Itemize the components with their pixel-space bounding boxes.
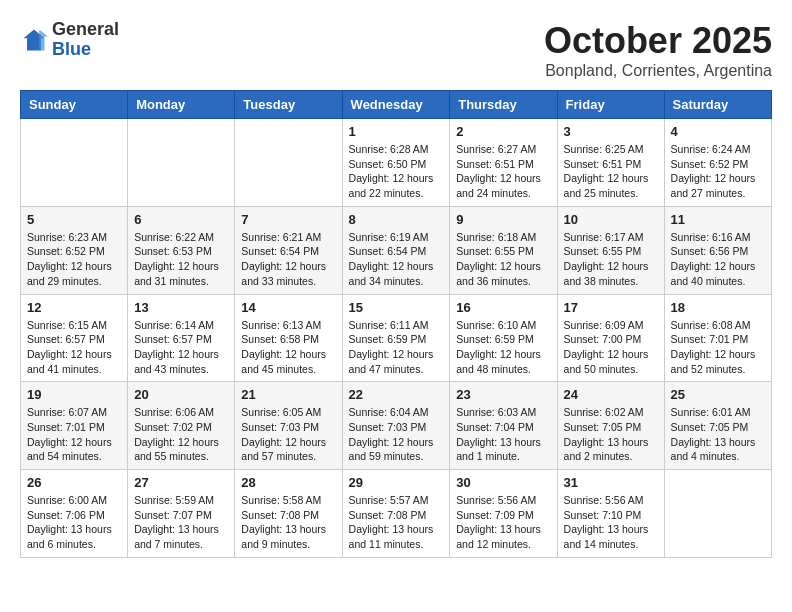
calendar-week-row: 1Sunrise: 6:28 AMSunset: 6:50 PMDaylight…	[21, 119, 772, 207]
day-number: 17	[564, 300, 658, 315]
svg-marker-1	[39, 29, 48, 50]
day-info: Sunrise: 6:00 AMSunset: 7:06 PMDaylight:…	[27, 493, 121, 552]
calendar-day-cell: 15Sunrise: 6:11 AMSunset: 6:59 PMDayligh…	[342, 294, 450, 382]
day-info: Sunrise: 6:13 AMSunset: 6:58 PMDaylight:…	[241, 318, 335, 377]
day-number: 23	[456, 387, 550, 402]
calendar-day-cell: 1Sunrise: 6:28 AMSunset: 6:50 PMDaylight…	[342, 119, 450, 207]
day-number: 28	[241, 475, 335, 490]
calendar-day-cell: 11Sunrise: 6:16 AMSunset: 6:56 PMDayligh…	[664, 206, 771, 294]
calendar-day-cell: 5Sunrise: 6:23 AMSunset: 6:52 PMDaylight…	[21, 206, 128, 294]
title-section: October 2025 Bonpland, Corrientes, Argen…	[544, 20, 772, 80]
calendar-week-row: 19Sunrise: 6:07 AMSunset: 7:01 PMDayligh…	[21, 382, 772, 470]
day-number: 20	[134, 387, 228, 402]
day-number: 10	[564, 212, 658, 227]
day-info: Sunrise: 6:01 AMSunset: 7:05 PMDaylight:…	[671, 405, 765, 464]
day-info: Sunrise: 6:11 AMSunset: 6:59 PMDaylight:…	[349, 318, 444, 377]
calendar-day-cell: 30Sunrise: 5:56 AMSunset: 7:09 PMDayligh…	[450, 470, 557, 558]
day-number: 31	[564, 475, 658, 490]
day-number: 2	[456, 124, 550, 139]
day-info: Sunrise: 6:14 AMSunset: 6:57 PMDaylight:…	[134, 318, 228, 377]
day-info: Sunrise: 6:24 AMSunset: 6:52 PMDaylight:…	[671, 142, 765, 201]
calendar-day-cell: 17Sunrise: 6:09 AMSunset: 7:00 PMDayligh…	[557, 294, 664, 382]
calendar-day-cell: 12Sunrise: 6:15 AMSunset: 6:57 PMDayligh…	[21, 294, 128, 382]
calendar-day-cell: 3Sunrise: 6:25 AMSunset: 6:51 PMDaylight…	[557, 119, 664, 207]
day-info: Sunrise: 5:56 AMSunset: 7:09 PMDaylight:…	[456, 493, 550, 552]
day-info: Sunrise: 6:06 AMSunset: 7:02 PMDaylight:…	[134, 405, 228, 464]
day-info: Sunrise: 6:17 AMSunset: 6:55 PMDaylight:…	[564, 230, 658, 289]
day-number: 14	[241, 300, 335, 315]
month-title: October 2025	[544, 20, 772, 62]
day-number: 3	[564, 124, 658, 139]
weekday-header: Monday	[128, 91, 235, 119]
calendar-day-cell: 13Sunrise: 6:14 AMSunset: 6:57 PMDayligh…	[128, 294, 235, 382]
calendar-empty-cell	[235, 119, 342, 207]
day-number: 19	[27, 387, 121, 402]
calendar-day-cell: 28Sunrise: 5:58 AMSunset: 7:08 PMDayligh…	[235, 470, 342, 558]
day-info: Sunrise: 6:02 AMSunset: 7:05 PMDaylight:…	[564, 405, 658, 464]
day-number: 16	[456, 300, 550, 315]
day-info: Sunrise: 5:58 AMSunset: 7:08 PMDaylight:…	[241, 493, 335, 552]
calendar-empty-cell	[664, 470, 771, 558]
day-info: Sunrise: 5:59 AMSunset: 7:07 PMDaylight:…	[134, 493, 228, 552]
calendar-week-row: 12Sunrise: 6:15 AMSunset: 6:57 PMDayligh…	[21, 294, 772, 382]
calendar-day-cell: 26Sunrise: 6:00 AMSunset: 7:06 PMDayligh…	[21, 470, 128, 558]
weekday-header: Thursday	[450, 91, 557, 119]
day-info: Sunrise: 6:07 AMSunset: 7:01 PMDaylight:…	[27, 405, 121, 464]
day-number: 4	[671, 124, 765, 139]
calendar-day-cell: 16Sunrise: 6:10 AMSunset: 6:59 PMDayligh…	[450, 294, 557, 382]
weekday-header: Saturday	[664, 91, 771, 119]
day-number: 15	[349, 300, 444, 315]
day-info: Sunrise: 6:28 AMSunset: 6:50 PMDaylight:…	[349, 142, 444, 201]
day-info: Sunrise: 6:21 AMSunset: 6:54 PMDaylight:…	[241, 230, 335, 289]
calendar-header-row: SundayMondayTuesdayWednesdayThursdayFrid…	[21, 91, 772, 119]
day-info: Sunrise: 5:56 AMSunset: 7:10 PMDaylight:…	[564, 493, 658, 552]
day-info: Sunrise: 6:27 AMSunset: 6:51 PMDaylight:…	[456, 142, 550, 201]
day-number: 8	[349, 212, 444, 227]
day-number: 12	[27, 300, 121, 315]
day-number: 11	[671, 212, 765, 227]
calendar-day-cell: 18Sunrise: 6:08 AMSunset: 7:01 PMDayligh…	[664, 294, 771, 382]
calendar-day-cell: 4Sunrise: 6:24 AMSunset: 6:52 PMDaylight…	[664, 119, 771, 207]
calendar-day-cell: 14Sunrise: 6:13 AMSunset: 6:58 PMDayligh…	[235, 294, 342, 382]
day-number: 13	[134, 300, 228, 315]
calendar-empty-cell	[21, 119, 128, 207]
logo-blue-text: Blue	[52, 39, 91, 59]
location-title: Bonpland, Corrientes, Argentina	[544, 62, 772, 80]
calendar-day-cell: 27Sunrise: 5:59 AMSunset: 7:07 PMDayligh…	[128, 470, 235, 558]
day-info: Sunrise: 6:03 AMSunset: 7:04 PMDaylight:…	[456, 405, 550, 464]
day-number: 18	[671, 300, 765, 315]
logo-general-text: General	[52, 19, 119, 39]
calendar-week-row: 26Sunrise: 6:00 AMSunset: 7:06 PMDayligh…	[21, 470, 772, 558]
calendar-day-cell: 31Sunrise: 5:56 AMSunset: 7:10 PMDayligh…	[557, 470, 664, 558]
weekday-header: Friday	[557, 91, 664, 119]
calendar-day-cell: 19Sunrise: 6:07 AMSunset: 7:01 PMDayligh…	[21, 382, 128, 470]
day-number: 26	[27, 475, 121, 490]
day-number: 27	[134, 475, 228, 490]
day-info: Sunrise: 6:04 AMSunset: 7:03 PMDaylight:…	[349, 405, 444, 464]
day-info: Sunrise: 6:22 AMSunset: 6:53 PMDaylight:…	[134, 230, 228, 289]
calendar-day-cell: 22Sunrise: 6:04 AMSunset: 7:03 PMDayligh…	[342, 382, 450, 470]
day-number: 22	[349, 387, 444, 402]
logo: General Blue	[20, 20, 119, 60]
day-number: 6	[134, 212, 228, 227]
day-number: 25	[671, 387, 765, 402]
day-info: Sunrise: 6:25 AMSunset: 6:51 PMDaylight:…	[564, 142, 658, 201]
calendar-empty-cell	[128, 119, 235, 207]
day-number: 9	[456, 212, 550, 227]
calendar-day-cell: 23Sunrise: 6:03 AMSunset: 7:04 PMDayligh…	[450, 382, 557, 470]
day-number: 30	[456, 475, 550, 490]
calendar-table: SundayMondayTuesdayWednesdayThursdayFrid…	[20, 90, 772, 558]
day-number: 24	[564, 387, 658, 402]
day-info: Sunrise: 6:15 AMSunset: 6:57 PMDaylight:…	[27, 318, 121, 377]
day-info: Sunrise: 6:09 AMSunset: 7:00 PMDaylight:…	[564, 318, 658, 377]
calendar-day-cell: 8Sunrise: 6:19 AMSunset: 6:54 PMDaylight…	[342, 206, 450, 294]
calendar-day-cell: 7Sunrise: 6:21 AMSunset: 6:54 PMDaylight…	[235, 206, 342, 294]
day-number: 7	[241, 212, 335, 227]
day-number: 5	[27, 212, 121, 227]
day-number: 21	[241, 387, 335, 402]
calendar-day-cell: 2Sunrise: 6:27 AMSunset: 6:51 PMDaylight…	[450, 119, 557, 207]
weekday-header: Wednesday	[342, 91, 450, 119]
day-number: 29	[349, 475, 444, 490]
day-info: Sunrise: 6:08 AMSunset: 7:01 PMDaylight:…	[671, 318, 765, 377]
weekday-header: Sunday	[21, 91, 128, 119]
